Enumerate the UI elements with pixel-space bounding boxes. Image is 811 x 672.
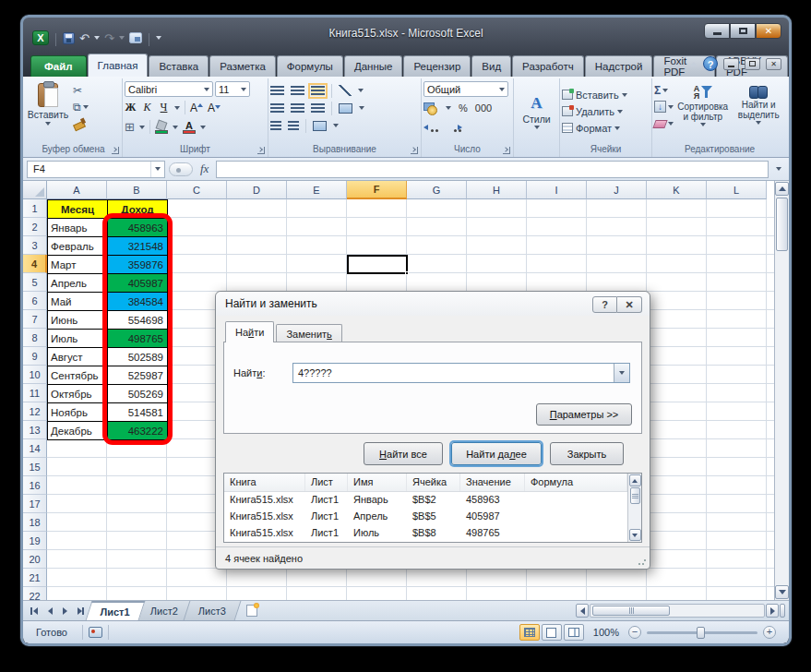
results-scrollbar[interactable] [627, 474, 641, 542]
cell-month[interactable]: Август [48, 348, 108, 366]
row-header-selected[interactable]: 4 [23, 255, 47, 273]
italic-button[interactable]: К [141, 101, 153, 114]
column-header[interactable]: I [527, 181, 587, 199]
row-header[interactable]: 15 [23, 458, 47, 476]
last-sheet-icon[interactable] [73, 605, 86, 618]
scroll-left-button[interactable] [576, 604, 589, 618]
sort-filter-button[interactable]: А Я Сортировка и фильтр [676, 82, 730, 143]
zoom-track[interactable] [647, 631, 757, 634]
merge-center-icon[interactable] [313, 121, 327, 131]
row-header[interactable]: 10 [23, 366, 47, 384]
page-break-view-button[interactable] [564, 624, 584, 641]
dialog-close-button[interactable]: ✕ [617, 296, 642, 313]
row-header[interactable]: 6 [23, 292, 47, 310]
align-left-icon[interactable] [270, 103, 284, 114]
result-row[interactable]: Книга515.xlsxЛист1 Июль$B$8 498765 [224, 525, 627, 542]
format-painter-icon[interactable] [73, 117, 85, 129]
row-header[interactable]: 12 [23, 402, 47, 421]
insert-cells-button[interactable]: Вставить [562, 88, 650, 102]
paste-dropdown-icon[interactable] [45, 122, 51, 126]
row-header[interactable]: 2 [23, 218, 47, 236]
close-dialog-button[interactable]: Закрыть [550, 442, 624, 465]
orientation-icon[interactable] [339, 85, 352, 96]
copy-dropdown-icon[interactable] [83, 105, 89, 109]
cell-month[interactable]: Апрель [48, 274, 108, 293]
column-header[interactable]: C [167, 181, 227, 199]
clipboard-dialog-launcher-icon[interactable] [112, 147, 119, 154]
cell-month[interactable]: Февраль [48, 237, 108, 256]
borders-dropdown-icon[interactable] [139, 126, 145, 129]
align-top-icon[interactable] [270, 86, 284, 96]
fill-icon[interactable]: ↓ [654, 101, 666, 113]
row-header[interactable]: 1 [23, 199, 47, 218]
options-button[interactable]: Параметры >> [536, 403, 632, 426]
formula-bar-handle[interactable] [169, 162, 193, 176]
collapse-ribbon-icon[interactable] [690, 62, 698, 66]
fill-color-dropdown-icon[interactable] [173, 126, 178, 129]
normal-view-button[interactable] [519, 624, 540, 641]
horizontal-scroll-track[interactable] [590, 604, 765, 618]
format-cells-button[interactable]: Формат [562, 121, 650, 135]
decrease-font-icon[interactable]: А [208, 102, 221, 114]
cell-month[interactable]: Ноябрь [48, 403, 108, 422]
increase-indent-icon[interactable] [288, 121, 299, 131]
bold-button[interactable]: Ж [125, 101, 137, 114]
align-center-icon[interactable] [291, 103, 304, 114]
name-box-dropdown-icon[interactable] [150, 162, 164, 177]
font-size-select[interactable]: 11 [215, 81, 250, 97]
cell-month[interactable]: Январь [48, 219, 108, 237]
align-middle-icon[interactable] [291, 86, 304, 96]
row-header[interactable]: 21 [23, 569, 47, 587]
column-header[interactable]: E [287, 181, 347, 199]
styles-dropdown-icon[interactable] [534, 126, 540, 129]
title-bar[interactable]: X ↶ ↷ Книга515.xlsx - Microsoft Excel ✕ [23, 18, 789, 53]
zoom-thumb[interactable] [697, 627, 705, 639]
tab-split-handle[interactable] [780, 604, 785, 618]
find-what-dropdown-icon[interactable] [614, 364, 629, 382]
tab-review[interactable]: Рецензир [403, 55, 471, 77]
align-bottom-icon[interactable] [311, 86, 325, 96]
results-header[interactable]: Значение [460, 474, 525, 491]
row-header[interactable]: 13 [23, 421, 47, 439]
column-header[interactable]: D [227, 181, 287, 199]
results-scroll-up-icon[interactable] [629, 474, 641, 486]
header-cell-month[interactable]: Месяц [48, 200, 108, 219]
align-right-icon[interactable] [311, 103, 325, 114]
dialog-resize-grip[interactable] [638, 557, 647, 566]
clear-icon[interactable] [652, 120, 667, 128]
insert-sheet-button[interactable] [238, 601, 266, 620]
wrap-dropdown-icon[interactable] [359, 106, 364, 110]
workbook-close-button[interactable]: ✕ [766, 58, 781, 70]
workbook-restore-button[interactable] [745, 58, 760, 70]
tab-developer[interactable]: Разработч [512, 55, 584, 77]
autosum-dropdown-icon[interactable] [662, 89, 668, 92]
tab-file[interactable]: Файл [30, 55, 87, 77]
results-header[interactable]: Имя [348, 474, 407, 491]
comma-style-button[interactable]: 000 [475, 102, 492, 114]
orientation-dropdown-icon[interactable] [358, 89, 364, 92]
insert-function-button[interactable]: fx [197, 162, 212, 176]
prev-sheet-icon[interactable] [43, 605, 56, 618]
dialog-help-button[interactable]: ? [592, 296, 617, 313]
scroll-down-button[interactable] [775, 585, 789, 599]
results-header[interactable]: Книга [224, 474, 305, 491]
number-dialog-launcher-icon[interactable] [503, 147, 510, 154]
column-header[interactable]: J [587, 181, 647, 199]
autosum-icon[interactable]: Σ [654, 84, 661, 97]
select-all-corner[interactable] [23, 181, 47, 199]
worksheet-grid[interactable]: A B C D E F G H I J K L 1 2 3 4 5 6 7 8 … [23, 181, 789, 600]
zoom-in-button[interactable]: + [763, 626, 776, 639]
scroll-right-button[interactable] [766, 604, 779, 618]
delete-cells-button[interactable]: Удалить [562, 104, 650, 118]
scroll-up-button[interactable] [775, 182, 789, 196]
zoom-level[interactable]: 100% [593, 627, 619, 638]
column-header[interactable]: B [107, 181, 167, 199]
fill-color-icon[interactable] [155, 121, 168, 134]
underline-dropdown-icon[interactable] [174, 106, 180, 110]
accounting-format-icon[interactable] [423, 102, 438, 114]
sheet-tab-3[interactable]: Лист3 [184, 601, 242, 620]
font-family-select[interactable]: Calibri [125, 81, 213, 97]
next-sheet-icon[interactable] [58, 605, 71, 618]
help-icon[interactable]: ? [703, 56, 718, 71]
name-box[interactable]: F4 [27, 161, 165, 178]
